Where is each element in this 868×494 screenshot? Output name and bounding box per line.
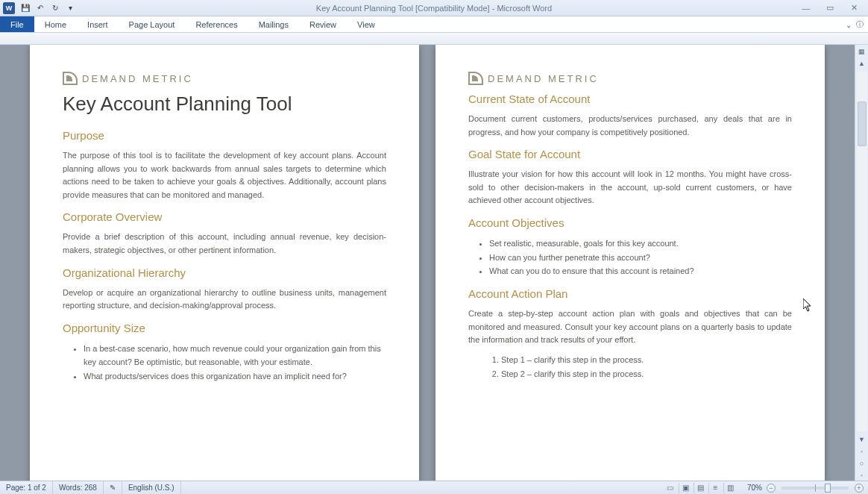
document-viewport[interactable]: DEMAND METRIC Key Account Planning Tool … [0, 45, 855, 481]
heading-org-hierarchy: Organizational Hierarchy [63, 266, 386, 279]
paragraph-purpose: The purpose of this tool is to facilitat… [63, 149, 386, 201]
minimize-button[interactable]: — [799, 3, 813, 13]
vertical-scrollbar[interactable] [857, 72, 867, 431]
paragraph-goal-state: Illustrate your vision for how this acco… [468, 168, 792, 207]
brand-logo-icon [468, 72, 483, 85]
paragraph-org-hierarchy: Develop or acquire an organizational hie… [63, 287, 386, 313]
list-item: Step 1 – clarify this step in the proces… [501, 353, 792, 367]
browse-object-icon[interactable]: ○ [857, 458, 867, 469]
horizontal-ruler[interactable] [0, 33, 868, 45]
status-bar: Page: 1 of 2 Words: 268 ✎ English (U.S.)… [0, 481, 868, 494]
zoom-slider[interactable] [781, 487, 849, 490]
action-steps-list: Step 1 – clarify this step in the proces… [501, 353, 792, 381]
heading-action-plan: Account Action Plan [468, 287, 792, 300]
paragraph-corporate-overview: Provide a brief description of this acco… [63, 231, 386, 257]
status-page[interactable]: Page: 1 of 2 [0, 481, 53, 495]
proofing-icon: ✎ [110, 484, 116, 492]
view-full-screen-icon[interactable]: ▣ [679, 483, 692, 493]
scroll-up-icon[interactable]: ▲ [857, 58, 867, 69]
brand-header: DEMAND METRIC [63, 72, 386, 85]
tab-page-layout[interactable]: Page Layout [119, 16, 186, 32]
tab-mailings[interactable]: Mailings [248, 16, 299, 32]
ruler-toggle-icon[interactable]: ▦ [857, 46, 867, 57]
save-icon[interactable]: 💾 [19, 1, 32, 15]
list-item: What can you do to ensure that this acco… [489, 264, 792, 278]
qat-customize-icon[interactable]: ▾ [63, 1, 77, 15]
list-item: Step 2 – clarify this step in the proces… [501, 367, 792, 381]
right-side-panel: ▦ ▲ ▼ ◦ ○ ◦ [855, 45, 868, 481]
prev-page-icon[interactable]: ◦ [857, 446, 867, 457]
maximize-button[interactable]: ▭ [823, 3, 837, 13]
ribbon-minimize-icon[interactable]: ⌄ [846, 21, 852, 29]
tab-view[interactable]: View [347, 16, 386, 32]
heading-corporate-overview: Corporate Overview [63, 210, 386, 223]
brand-header: DEMAND METRIC [468, 72, 792, 85]
file-tab[interactable]: File [0, 16, 34, 32]
list-item: What products/services does this organiz… [84, 369, 386, 384]
view-outline-icon[interactable]: ≡ [708, 483, 722, 493]
zoom-in-button[interactable]: + [855, 484, 864, 493]
zoom-percent[interactable]: 70% [744, 484, 765, 492]
status-language[interactable]: English (U.S.) [122, 481, 181, 495]
status-proofing[interactable]: ✎ [104, 481, 122, 495]
scrollbar-thumb[interactable] [858, 101, 867, 146]
next-page-icon[interactable]: ◦ [857, 470, 867, 481]
objectives-list: Set realistic, measurable, goals for thi… [489, 237, 792, 278]
paragraph-action-plan: Create a step-by-step account action pla… [468, 307, 792, 347]
list-item: How can you further penetrate this accou… [489, 251, 792, 265]
word-app-icon[interactable]: W [3, 2, 15, 14]
title-bar: W 💾 ↶ ↻ ▾ Key Account Planning Tool [Com… [0, 0, 868, 16]
window-title: Key Account Planning Tool [Compatibility… [0, 4, 868, 13]
tab-home[interactable]: Home [34, 16, 77, 32]
document-page-1[interactable]: DEMAND METRIC Key Account Planning Tool … [30, 45, 419, 481]
heading-current-state: Current State of Account [468, 93, 792, 105]
opportunity-list: In a best-case scenario, how much revenu… [84, 342, 386, 384]
window-controls: — ▭ ✕ [799, 3, 868, 13]
list-item: Set realistic, measurable, goals for thi… [489, 237, 792, 251]
view-web-layout-icon[interactable]: ▤ [694, 483, 707, 493]
heading-purpose: Purpose [63, 129, 386, 142]
paragraph-current-state: Document current customers, products/ser… [468, 113, 792, 139]
list-item: In a best-case scenario, how much revenu… [84, 342, 386, 369]
close-button[interactable]: ✕ [847, 3, 861, 13]
undo-icon[interactable]: ↶ [34, 1, 47, 15]
tab-review[interactable]: Review [299, 16, 347, 32]
status-words[interactable]: Words: 268 [53, 481, 104, 495]
scroll-down-icon[interactable]: ▼ [857, 434, 867, 445]
view-draft-icon[interactable]: ▥ [723, 483, 737, 493]
heading-goal-state: Goal State for Account [468, 148, 792, 160]
tab-insert[interactable]: Insert [77, 16, 119, 32]
brand-logo-icon [63, 72, 78, 85]
tab-references[interactable]: References [185, 16, 248, 32]
document-page-2[interactable]: DEMAND METRIC Current State of Account D… [435, 45, 825, 481]
view-print-layout-icon[interactable]: ▭ [664, 483, 677, 493]
redo-icon[interactable]: ↻ [48, 1, 62, 15]
ribbon-tabs: File Home Insert Page Layout References … [0, 16, 868, 33]
zoom-out-button[interactable]: − [767, 484, 776, 493]
document-title: Key Account Planning Tool [63, 93, 386, 116]
heading-account-objectives: Account Objectives [468, 216, 792, 229]
zoom-slider-thumb[interactable] [825, 484, 831, 493]
help-icon[interactable]: ⓘ [856, 19, 864, 30]
quick-access-toolbar: W 💾 ↶ ↻ ▾ [0, 1, 77, 15]
heading-opportunity-size: Opportunity Size [63, 322, 386, 334]
brand-name: DEMAND METRIC [488, 73, 599, 84]
brand-name: DEMAND METRIC [82, 73, 193, 84]
